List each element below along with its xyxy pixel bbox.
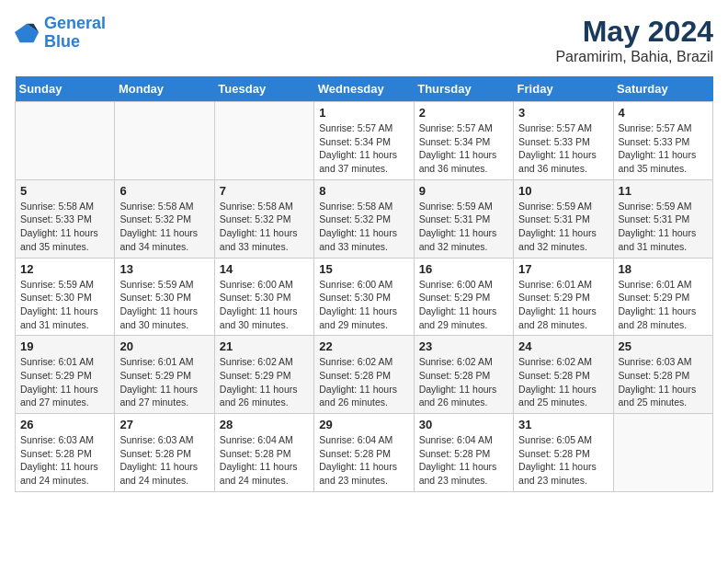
day-number: 28 bbox=[220, 418, 309, 431]
calendar-table: SundayMondayTuesdayWednesdayThursdayFrid… bbox=[15, 76, 713, 492]
day-info: Sunrise: 5:57 AMSunset: 5:33 PMDaylight:… bbox=[518, 121, 608, 176]
calendar-cell: 15Sunrise: 6:00 AMSunset: 5:30 PMDayligh… bbox=[314, 258, 414, 336]
day-info: Sunrise: 6:02 AMSunset: 5:28 PMDaylight:… bbox=[419, 355, 508, 409]
calendar-cell: 1Sunrise: 5:57 AMSunset: 5:34 PMDaylight… bbox=[314, 102, 414, 180]
day-number: 12 bbox=[20, 262, 109, 276]
calendar-cell: 29Sunrise: 6:04 AMSunset: 5:28 PMDayligh… bbox=[314, 414, 414, 492]
calendar-cell: 20Sunrise: 6:01 AMSunset: 5:29 PMDayligh… bbox=[115, 336, 214, 414]
day-info: Sunrise: 5:57 AMSunset: 5:33 PMDaylight:… bbox=[619, 121, 708, 176]
day-number: 30 bbox=[419, 418, 508, 431]
day-info: Sunrise: 6:00 AMSunset: 5:30 PMDaylight:… bbox=[220, 278, 309, 332]
calendar-cell: 16Sunrise: 6:00 AMSunset: 5:29 PMDayligh… bbox=[414, 258, 513, 336]
day-number: 14 bbox=[220, 262, 309, 276]
logo-icon bbox=[15, 20, 40, 46]
calendar-cell: 9Sunrise: 5:59 AMSunset: 5:31 PMDaylight… bbox=[414, 179, 513, 258]
day-info: Sunrise: 5:58 AMSunset: 5:32 PMDaylight:… bbox=[220, 200, 309, 254]
calendar-cell: 19Sunrise: 6:01 AMSunset: 5:29 PMDayligh… bbox=[16, 336, 115, 414]
week-row-1: 1Sunrise: 5:57 AMSunset: 5:34 PMDaylight… bbox=[16, 102, 713, 180]
day-info: Sunrise: 5:59 AMSunset: 5:30 PMDaylight:… bbox=[119, 278, 209, 332]
calendar-cell: 23Sunrise: 6:02 AMSunset: 5:28 PMDayligh… bbox=[414, 336, 513, 414]
calendar-cell: 31Sunrise: 6:05 AMSunset: 5:28 PMDayligh… bbox=[514, 414, 613, 492]
week-row-2: 5Sunrise: 5:58 AMSunset: 5:33 PMDaylight… bbox=[16, 179, 713, 258]
day-info: Sunrise: 5:59 AMSunset: 5:31 PMDaylight:… bbox=[518, 200, 608, 254]
calendar-cell: 22Sunrise: 6:02 AMSunset: 5:28 PMDayligh… bbox=[314, 336, 414, 414]
weekday-header-tuesday: Tuesday bbox=[214, 76, 313, 102]
day-info: Sunrise: 6:00 AMSunset: 5:30 PMDaylight:… bbox=[319, 278, 408, 332]
calendar-cell: 4Sunrise: 5:57 AMSunset: 5:33 PMDaylight… bbox=[613, 102, 712, 180]
calendar-cell: 10Sunrise: 5:59 AMSunset: 5:31 PMDayligh… bbox=[514, 179, 613, 258]
calendar-cell bbox=[214, 102, 313, 180]
day-number: 8 bbox=[319, 184, 408, 198]
day-number: 5 bbox=[20, 184, 109, 198]
calendar-cell: 11Sunrise: 5:59 AMSunset: 5:31 PMDayligh… bbox=[613, 179, 712, 258]
title-block: May 2024 Paramirim, Bahia, Brazil bbox=[555, 15, 713, 65]
weekday-header-friday: Friday bbox=[514, 76, 613, 102]
day-info: Sunrise: 6:04 AMSunset: 5:28 PMDaylight:… bbox=[220, 433, 309, 488]
main-title: May 2024 bbox=[555, 15, 713, 49]
logo-text: GeneralBlue bbox=[44, 15, 106, 52]
day-number: 10 bbox=[518, 184, 608, 198]
day-number: 22 bbox=[319, 339, 408, 353]
calendar-cell: 2Sunrise: 5:57 AMSunset: 5:34 PMDaylight… bbox=[414, 102, 513, 180]
week-row-5: 26Sunrise: 6:03 AMSunset: 5:28 PMDayligh… bbox=[16, 414, 713, 492]
week-row-4: 19Sunrise: 6:01 AMSunset: 5:29 PMDayligh… bbox=[16, 336, 713, 414]
day-number: 16 bbox=[419, 262, 508, 276]
calendar-cell: 28Sunrise: 6:04 AMSunset: 5:28 PMDayligh… bbox=[214, 414, 313, 492]
day-number: 21 bbox=[220, 339, 309, 353]
day-number: 25 bbox=[619, 339, 708, 353]
calendar-cell: 24Sunrise: 6:02 AMSunset: 5:28 PMDayligh… bbox=[514, 336, 613, 414]
day-info: Sunrise: 5:58 AMSunset: 5:32 PMDaylight:… bbox=[319, 200, 408, 254]
day-number: 18 bbox=[619, 262, 708, 276]
weekday-header-sunday: Sunday bbox=[16, 76, 115, 102]
day-number: 7 bbox=[220, 184, 309, 198]
day-number: 15 bbox=[319, 262, 408, 276]
day-number: 11 bbox=[619, 184, 708, 198]
day-number: 17 bbox=[518, 262, 608, 276]
day-number: 13 bbox=[119, 262, 209, 276]
calendar-cell: 6Sunrise: 5:58 AMSunset: 5:32 PMDaylight… bbox=[115, 179, 214, 258]
day-number: 23 bbox=[419, 339, 508, 353]
day-info: Sunrise: 6:03 AMSunset: 5:28 PMDaylight:… bbox=[20, 433, 109, 488]
subtitle: Paramirim, Bahia, Brazil bbox=[555, 49, 713, 65]
logo: GeneralBlue bbox=[15, 15, 106, 52]
day-info: Sunrise: 5:59 AMSunset: 5:30 PMDaylight:… bbox=[20, 278, 109, 332]
weekday-header-thursday: Thursday bbox=[414, 76, 513, 102]
weekday-header-monday: Monday bbox=[115, 76, 214, 102]
day-number: 24 bbox=[518, 339, 608, 353]
calendar-cell: 7Sunrise: 5:58 AMSunset: 5:32 PMDaylight… bbox=[214, 179, 313, 258]
day-info: Sunrise: 6:01 AMSunset: 5:29 PMDaylight:… bbox=[619, 278, 708, 332]
day-number: 6 bbox=[119, 184, 209, 198]
day-info: Sunrise: 6:00 AMSunset: 5:29 PMDaylight:… bbox=[419, 278, 508, 332]
calendar-cell: 30Sunrise: 6:04 AMSunset: 5:28 PMDayligh… bbox=[414, 414, 513, 492]
weekday-header-saturday: Saturday bbox=[613, 76, 712, 102]
day-info: Sunrise: 6:04 AMSunset: 5:28 PMDaylight:… bbox=[319, 433, 408, 488]
calendar-cell: 18Sunrise: 6:01 AMSunset: 5:29 PMDayligh… bbox=[613, 258, 712, 336]
day-number: 26 bbox=[20, 418, 109, 431]
day-info: Sunrise: 5:57 AMSunset: 5:34 PMDaylight:… bbox=[319, 121, 408, 176]
day-info: Sunrise: 6:05 AMSunset: 5:28 PMDaylight:… bbox=[518, 433, 608, 488]
calendar-cell bbox=[115, 102, 214, 180]
calendar-cell: 5Sunrise: 5:58 AMSunset: 5:33 PMDaylight… bbox=[16, 179, 115, 258]
calendar-cell: 26Sunrise: 6:03 AMSunset: 5:28 PMDayligh… bbox=[16, 414, 115, 492]
day-number: 2 bbox=[419, 106, 508, 120]
day-info: Sunrise: 6:03 AMSunset: 5:28 PMDaylight:… bbox=[619, 355, 708, 409]
calendar-cell: 3Sunrise: 5:57 AMSunset: 5:33 PMDaylight… bbox=[514, 102, 613, 180]
calendar-cell: 13Sunrise: 5:59 AMSunset: 5:30 PMDayligh… bbox=[115, 258, 214, 336]
day-number: 27 bbox=[119, 418, 209, 431]
calendar-cell: 8Sunrise: 5:58 AMSunset: 5:32 PMDaylight… bbox=[314, 179, 414, 258]
week-row-3: 12Sunrise: 5:59 AMSunset: 5:30 PMDayligh… bbox=[16, 258, 713, 336]
day-info: Sunrise: 6:02 AMSunset: 5:28 PMDaylight:… bbox=[319, 355, 408, 409]
day-info: Sunrise: 6:04 AMSunset: 5:28 PMDaylight:… bbox=[419, 433, 508, 488]
day-info: Sunrise: 6:01 AMSunset: 5:29 PMDaylight:… bbox=[518, 278, 608, 332]
day-number: 1 bbox=[319, 106, 408, 120]
calendar-cell bbox=[613, 414, 712, 492]
weekday-header-row: SundayMondayTuesdayWednesdayThursdayFrid… bbox=[16, 76, 713, 102]
calendar-cell: 14Sunrise: 6:00 AMSunset: 5:30 PMDayligh… bbox=[214, 258, 313, 336]
day-number: 3 bbox=[518, 106, 608, 120]
day-number: 9 bbox=[419, 184, 508, 198]
day-info: Sunrise: 5:59 AMSunset: 5:31 PMDaylight:… bbox=[419, 200, 508, 254]
day-number: 29 bbox=[319, 418, 408, 431]
day-info: Sunrise: 6:02 AMSunset: 5:28 PMDaylight:… bbox=[518, 355, 608, 409]
day-info: Sunrise: 5:59 AMSunset: 5:31 PMDaylight:… bbox=[619, 200, 708, 254]
day-number: 4 bbox=[619, 106, 708, 120]
